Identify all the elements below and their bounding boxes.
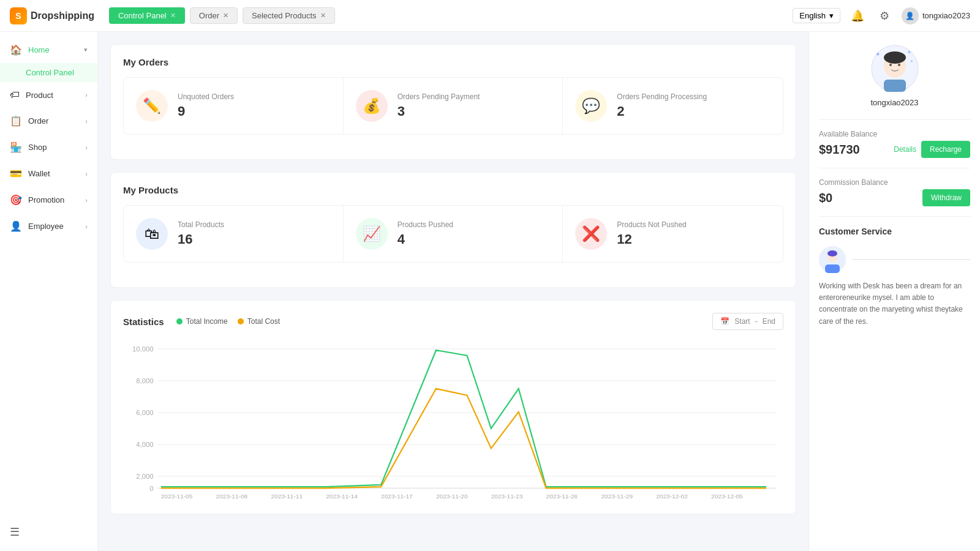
employee-icon: 👤 — [10, 220, 22, 232]
available-balance-value: $91730 — [819, 143, 860, 157]
tab-selected-products[interactable]: Selected Products ✕ — [243, 7, 335, 24]
shop-chevron-icon: › — [85, 144, 88, 151]
notification-button[interactable]: 🔔 — [848, 6, 867, 26]
recharge-button[interactable]: Recharge — [921, 141, 970, 158]
tab-control-panel[interactable]: Control Panel ✕ — [109, 7, 185, 24]
right-panel: ✦ ✦ ✦ tongxiao2023 Available Balance $91… — [809, 32, 980, 551]
card-unquoted-orders: ✏️ Unquoted Orders 9 — [124, 78, 344, 134]
card-total-products-info: Total Products 16 — [178, 220, 224, 247]
chart-legend: Total Income Total Cost — [176, 317, 280, 326]
pending-processing-value: 2 — [617, 103, 707, 119]
svg-text:2023-11-26: 2023-11-26 — [546, 493, 578, 500]
total-products-label: Total Products — [178, 220, 224, 229]
svg-text:4,000: 4,000 — [136, 441, 153, 448]
my-orders-title: My Orders — [123, 57, 783, 67]
statistics-title: Statistics — [123, 317, 164, 327]
sidebar-item-shop[interactable]: 🏪 Shop › — [0, 134, 97, 160]
tab-control-panel-close[interactable]: ✕ — [170, 12, 176, 20]
user-menu[interactable]: 👤 tongxiao2023 — [902, 7, 970, 24]
svg-text:2023-11-20: 2023-11-20 — [436, 493, 468, 500]
svg-point-27 — [898, 64, 900, 66]
card-pending-payment: 💰 Orders Pending Payment 3 — [344, 78, 564, 134]
available-balance-section: Available Balance $91730 Details Recharg… — [819, 130, 970, 168]
svg-text:2023-11-11: 2023-11-11 — [271, 493, 303, 500]
details-button[interactable]: Details — [894, 145, 916, 154]
sidebar-employee-label: Employee — [28, 222, 64, 231]
customer-service-section: Customer Service Working with Desk has b… — [819, 227, 970, 328]
sidebar-wallet-inner: 💳 Wallet — [10, 168, 50, 179]
statistics-section: Statistics Total Income Total Cost 📅 — [110, 300, 796, 514]
balance-actions: Details Recharge — [894, 141, 970, 158]
card-products-pushed: 📈 Products Pushed 4 — [344, 206, 564, 262]
tab-order[interactable]: Order ✕ — [190, 7, 238, 24]
tab-order-close[interactable]: ✕ — [223, 12, 228, 20]
settings-button[interactable]: ⚙ — [875, 6, 894, 26]
sidebar-order-label: Order — [28, 116, 48, 126]
withdraw-button[interactable]: Withdraw — [922, 189, 970, 206]
product-icon: 🏷 — [10, 89, 20, 100]
commission-balance-value: $0 — [819, 191, 832, 205]
pending-processing-label: Orders Pending Processing — [617, 92, 707, 101]
topbar-right: English ▾ 🔔 ⚙ 👤 tongxiao2023 — [793, 6, 970, 26]
wallet-icon: 💳 — [10, 168, 22, 179]
pending-payment-value: 3 — [398, 103, 480, 119]
sidebar-item-promotion[interactable]: 🎯 Promotion › — [0, 187, 97, 213]
hamburger-menu-button[interactable]: ☰ — [10, 525, 88, 539]
total-products-icon: 🛍 — [136, 218, 168, 250]
svg-text:2023-11-14: 2023-11-14 — [326, 493, 358, 500]
stats-title-legend: Statistics Total Income Total Cost — [123, 317, 280, 327]
unquoted-orders-label: Unquoted Orders — [178, 92, 234, 101]
svg-text:2023-11-05: 2023-11-05 — [161, 493, 193, 500]
order-chevron-icon: › — [85, 118, 88, 125]
chevron-down-icon: ▾ — [829, 11, 834, 20]
svg-text:6,000: 6,000 — [136, 409, 153, 416]
commission-balance-row: $0 Withdraw — [819, 189, 970, 206]
my-orders-section: My Orders ✏️ Unquoted Orders 9 💰 Orders … — [110, 44, 796, 160]
svg-text:2023-11-29: 2023-11-29 — [601, 493, 633, 500]
cs-agent — [819, 246, 970, 273]
pending-payment-icon: 💰 — [356, 90, 388, 122]
sidebar-employee-inner: 👤 Employee — [10, 220, 64, 232]
products-pushed-value: 4 — [398, 231, 453, 247]
calendar-icon: 📅 — [720, 317, 729, 326]
my-products-section: My Products 🛍 Total Products 16 📈 Produc… — [110, 172, 796, 288]
shop-icon: 🏪 — [10, 141, 22, 153]
promotion-icon: 🎯 — [10, 194, 22, 206]
sidebar-item-employee[interactable]: 👤 Employee › — [0, 213, 97, 239]
svg-point-25 — [884, 51, 906, 64]
cs-avatar-svg — [819, 246, 846, 273]
cost-dot — [238, 318, 244, 324]
logo-text: Dropshipping — [31, 10, 94, 21]
card-products-pushed-info: Products Pushed 4 — [398, 220, 453, 247]
cs-divider — [852, 259, 970, 260]
wallet-chevron-icon: › — [85, 170, 88, 178]
sidebar-item-product[interactable]: 🏷 Product › — [0, 82, 97, 108]
sidebar-shop-inner: 🏪 Shop — [10, 141, 47, 153]
svg-text:2023-11-17: 2023-11-17 — [381, 493, 413, 500]
sidebar-item-wallet[interactable]: 💳 Wallet › — [0, 160, 97, 187]
sidebar-item-control-panel[interactable]: Control Panel — [0, 63, 97, 82]
sidebar-order-inner: 📋 Order — [10, 115, 48, 127]
products-not-pushed-value: 12 — [617, 231, 686, 247]
svg-text:2023-12-02: 2023-12-02 — [656, 493, 688, 500]
date-range-picker[interactable]: 📅 Start - End — [712, 313, 783, 330]
svg-text:8,000: 8,000 — [136, 377, 153, 384]
svg-text:2023-11-08: 2023-11-08 — [216, 493, 248, 500]
sidebar-bottom: ☰ — [0, 518, 97, 546]
card-pending-payment-info: Orders Pending Payment 3 — [398, 92, 480, 119]
chart-area: 10,000 8,000 6,000 4,000 2,000 0 2023-11… — [123, 342, 783, 501]
available-balance-label: Available Balance — [819, 130, 970, 138]
home-chevron-icon: ▾ — [84, 46, 88, 54]
sidebar-item-home[interactable]: 🏠 Home ▾ — [0, 37, 97, 63]
cost-legend-label: Total Cost — [247, 317, 280, 326]
sidebar-item-order[interactable]: 📋 Order › — [0, 108, 97, 134]
legend-income: Total Income — [176, 317, 228, 326]
svg-rect-28 — [884, 80, 906, 92]
available-balance-row: $91730 Details Recharge — [819, 141, 970, 158]
language-selector[interactable]: English ▾ — [793, 8, 840, 23]
svg-text:10,000: 10,000 — [132, 345, 153, 353]
svg-text:2023-12-05: 2023-12-05 — [711, 493, 743, 500]
unquoted-orders-value: 9 — [178, 103, 234, 119]
products-pushed-icon: 📈 — [356, 218, 388, 250]
tab-selected-products-close[interactable]: ✕ — [320, 12, 326, 20]
